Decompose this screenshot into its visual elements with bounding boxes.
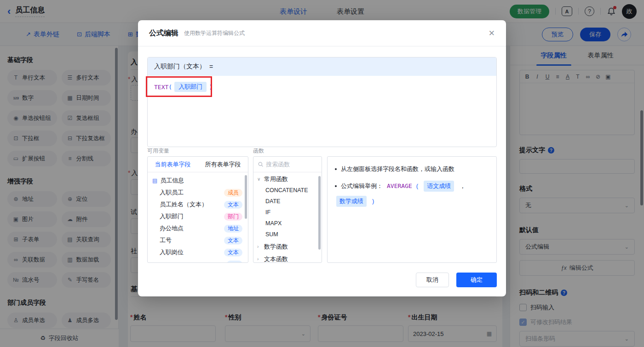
variables-label: 可用变量 [147, 147, 169, 155]
confirm-button[interactable]: 确定 [456, 273, 497, 287]
variables-root-node[interactable]: ▤ 员工信息 [148, 174, 248, 187]
dialog-subtitle: 使用数学运算符编辑公式 [184, 29, 245, 37]
function-group-common[interactable]: ∨ 常用函数 [253, 173, 322, 185]
type-badge [227, 261, 242, 263]
chevron-expanded-icon: ∨ [257, 176, 262, 182]
tab-all-form-fields[interactable]: 所有表单字段 [198, 160, 248, 169]
formula-target-bar: 入职部门（文本） = [148, 57, 496, 76]
tab-current-form-fields[interactable]: 当前表单字段 [148, 160, 198, 169]
bullet-icon [335, 168, 337, 170]
functions-label: 函数 [253, 147, 264, 155]
formula-edit-dialog: 公式编辑 使用数学运算符编辑公式 ✕ 入职部门（文本） = TEXT ( 入职部… [138, 20, 506, 296]
type-badge: 文本 [224, 237, 242, 245]
function-group-math[interactable]: › 数学函数 [253, 241, 322, 252]
search-icon [258, 161, 263, 167]
close-icon[interactable]: ✕ [489, 28, 495, 38]
variable-item[interactable]: 工号文本 [148, 234, 248, 246]
help-panel: 从左侧面板选择字段名和函数，或输入函数 公式编辑举例： AVERAGE ( 语文… [327, 156, 497, 263]
type-badge: 地址 [224, 225, 242, 233]
function-item[interactable]: IF [253, 207, 322, 218]
dialog-title: 公式编辑 [149, 28, 178, 38]
type-badge: 文本 [224, 201, 242, 209]
help-line-2: 公式编辑举例： AVERAGE ( 语文成绩 ， 数学成绩 ) [335, 181, 489, 207]
type-badge: 部门 [224, 213, 242, 221]
functions-scrollbar[interactable] [318, 176, 321, 250]
chevron-collapsed-icon: › [257, 256, 262, 262]
type-badge: 成员 [224, 189, 242, 197]
cancel-button[interactable]: 取消 [416, 273, 449, 287]
variables-panel: 当前表单字段 所有表单字段 ▤ 员工信息 入职员工成员 员工姓名（文本）文本 入… [147, 156, 248, 263]
example-function-name: AVERAGE [387, 181, 412, 191]
variable-item[interactable]: 员工姓名（文本）文本 [148, 199, 248, 210]
variable-item-partial[interactable] [148, 258, 248, 263]
function-item[interactable]: DATE [253, 196, 322, 207]
type-badge: 文本 [224, 249, 242, 256]
variable-item[interactable]: 入职岗位文本 [148, 246, 248, 258]
function-item[interactable]: MAPX [253, 218, 322, 229]
example-field-token: 数学成绩 [336, 196, 367, 207]
function-search[interactable] [253, 157, 322, 172]
function-item[interactable]: SUM [253, 229, 322, 240]
formula-editor[interactable]: 入职部门（文本） = TEXT ( 入职部门 ) [147, 57, 497, 147]
chevron-collapsed-icon: › [257, 244, 262, 249]
function-group-text[interactable]: › 文本函数 [253, 253, 322, 263]
variable-item[interactable]: 办公地点地址 [148, 222, 248, 234]
document-icon: ▤ [152, 177, 157, 184]
example-field-token: 语文成绩 [424, 181, 454, 192]
function-item[interactable]: CONCATENATE [253, 185, 322, 196]
functions-panel: ∨ 常用函数 CONCATENATE DATE IF MAPX SUM › 数学… [253, 156, 322, 263]
annotation-highlight-box [146, 76, 212, 97]
bullet-icon [335, 185, 337, 187]
variables-scrollbar[interactable] [245, 175, 247, 219]
variable-item[interactable]: 入职员工成员 [148, 187, 248, 199]
variable-item[interactable]: 入职部门部门 [148, 210, 248, 222]
help-line-1: 从左侧面板选择字段名和函数，或输入函数 [335, 164, 489, 174]
function-search-input[interactable] [266, 161, 317, 168]
